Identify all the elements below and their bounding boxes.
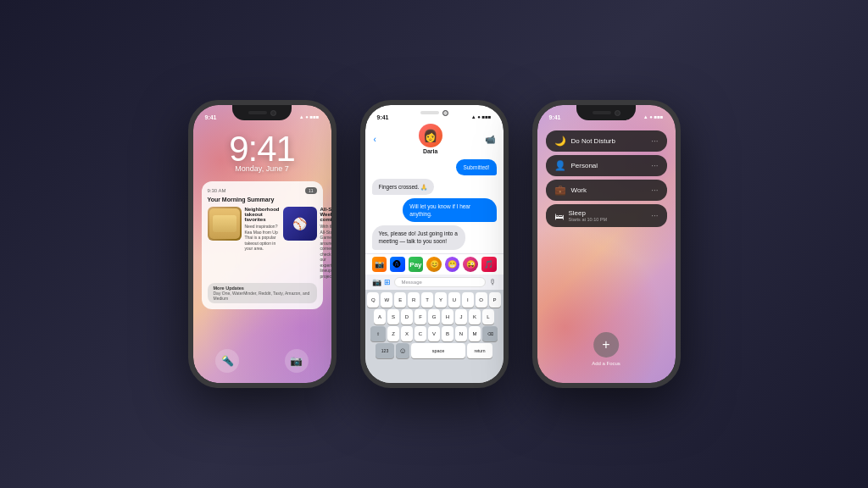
key-q[interactable]: Q	[367, 292, 379, 308]
app-icon-emoji1[interactable]: 😊	[426, 257, 442, 272]
notif-headline-2: All-Star Week is coming!	[320, 207, 337, 222]
key-emoji[interactable]: ☺	[396, 343, 409, 358]
key-shift[interactable]: ⇧	[370, 326, 386, 341]
app-icon-music[interactable]: 🎵	[481, 257, 497, 272]
key-h[interactable]: H	[442, 309, 453, 324]
notif-text-2: All-Star Week is coming! With the All-St…	[320, 207, 337, 279]
camera-icon: 📷	[290, 355, 303, 367]
dnd-dots[interactable]: ···	[651, 136, 658, 146]
focus-item-personal[interactable]: 👤 Personal ···	[546, 155, 667, 176]
bubble-text-1: Submitted!	[463, 164, 489, 170]
key-w[interactable]: W	[381, 292, 392, 308]
notif-img-2: ⚾	[283, 207, 317, 241]
key-j[interactable]: J	[455, 309, 467, 324]
speaker-1	[248, 111, 267, 114]
notif-text-1: Neighborhood takeout favorites Need insp…	[245, 207, 280, 279]
flashlight-button[interactable]: 🔦	[215, 349, 239, 373]
key-b[interactable]: B	[442, 326, 453, 341]
notif-headline-1: Neighborhood takeout favorites	[245, 207, 280, 222]
back-button[interactable]: ‹	[374, 135, 376, 144]
key-return[interactable]: return	[467, 343, 492, 358]
focus-item-work[interactable]: 💼 Work ···	[546, 180, 667, 201]
keyboard-row-1: Q W E R T Y U I O P	[368, 292, 501, 308]
lock-bottom: 🔦 📷	[193, 349, 331, 373]
notif-more: More Updates Day One, WaterMinder, Reddi…	[208, 283, 317, 303]
apps-tool-icon[interactable]: ⊞	[384, 278, 391, 286]
focus-item-dnd[interactable]: 🌙 Do Not Disturb ···	[546, 130, 667, 152]
speaker-3	[593, 111, 611, 114]
work-icon: 💼	[554, 185, 566, 196]
message-input-field[interactable]: Message	[394, 277, 486, 287]
app-icon-store[interactable]: 🅐	[390, 257, 405, 272]
status-time-3: 9:41	[549, 114, 561, 120]
focus-item-sleep[interactable]: 🛏 Sleep Starts at 10:10 PM ···	[546, 204, 667, 227]
notif-body-2: With the All-Star Game just around the c…	[320, 224, 337, 279]
bubble-text-3: Will let you know if I hear anything.	[409, 203, 470, 217]
keyboard-row-4: 123 ☺ space return	[368, 343, 501, 358]
key-f[interactable]: F	[415, 309, 426, 324]
video-call-button[interactable]: 📹	[485, 135, 495, 144]
app-icon-photos[interactable]: 📸	[372, 257, 387, 272]
bubble-4: Yes, please do! Just going into a meetin…	[372, 225, 465, 249]
focus-list: 🌙 Do Not Disturb ··· 👤 Personal ···	[546, 130, 667, 227]
sleep-label-group: Sleep Starts at 10:10 PM	[569, 209, 608, 222]
bubble-3: Will let you know if I hear anything.	[403, 198, 496, 222]
key-123[interactable]: 123	[376, 343, 394, 358]
notification-card[interactable]: 9:30 AM 11 Your Morning Summary Neighbor…	[202, 181, 323, 309]
status-time-2: 9:41	[377, 114, 389, 120]
status-time-1: 9:41	[205, 114, 217, 120]
add-focus-button[interactable]: +	[593, 332, 619, 358]
focus-item-work-left: 💼 Work	[554, 185, 587, 196]
key-o[interactable]: O	[476, 292, 487, 308]
focus-item-sleep-left: 🛏 Sleep Starts at 10:10 PM	[554, 209, 608, 222]
notif-header: 9:30 AM 11	[208, 187, 317, 194]
phone-1-lockscreen: 9:41 ▲ ● ■■■ 9:41 Monday, June 7 9:30 AM…	[188, 100, 337, 388]
key-l[interactable]: L	[482, 309, 494, 324]
camera-dot-2	[442, 110, 448, 116]
key-p[interactable]: P	[489, 292, 501, 308]
sleep-dots[interactable]: ···	[651, 211, 658, 220]
key-g[interactable]: G	[428, 309, 440, 324]
flashlight-icon: 🔦	[221, 355, 234, 367]
app-icon-emoji3[interactable]: 😜	[463, 257, 478, 272]
key-r[interactable]: R	[408, 292, 420, 308]
key-i[interactable]: I	[462, 292, 474, 308]
work-dots[interactable]: ···	[651, 186, 658, 195]
camera-button[interactable]: 📷	[285, 349, 309, 373]
personal-label: Personal	[571, 162, 598, 169]
notif-time: 9:30 AM	[208, 188, 226, 193]
key-d[interactable]: D	[401, 309, 413, 324]
key-x[interactable]: X	[401, 326, 413, 341]
personal-label-group: Personal	[571, 162, 598, 169]
status-icons-1: ▲ ● ■■■	[299, 114, 320, 119]
key-y[interactable]: Y	[435, 292, 447, 308]
phone-3-focus: 9:41 ▲ ● ■■■ 🌙 Do Not Disturb ··· 👤	[532, 100, 681, 388]
focus-add: + Add a Focus	[592, 332, 620, 366]
key-s[interactable]: S	[387, 309, 399, 324]
messages-header: ‹ 👩 Daria 📹	[365, 122, 504, 156]
key-k[interactable]: K	[469, 309, 481, 324]
key-e[interactable]: E	[394, 292, 406, 308]
key-t[interactable]: T	[421, 292, 433, 308]
key-delete[interactable]: ⌫	[482, 326, 498, 341]
key-u[interactable]: U	[448, 292, 460, 308]
key-c[interactable]: C	[415, 326, 426, 341]
notch-1	[232, 105, 292, 120]
key-n[interactable]: N	[455, 326, 467, 341]
personal-dots[interactable]: ···	[651, 161, 658, 170]
mic-icon[interactable]: 🎙	[489, 278, 497, 286]
key-z[interactable]: Z	[387, 326, 399, 341]
work-label-group: Work	[571, 186, 587, 194]
notif-content: Neighborhood takeout favorites Need insp…	[208, 207, 317, 279]
contact-avatar: 👩	[419, 124, 442, 147]
app-icon-pay[interactable]: Pay	[409, 257, 424, 272]
food-bowl-icon	[209, 208, 240, 239]
key-v[interactable]: V	[428, 326, 440, 341]
key-a[interactable]: A	[374, 309, 386, 324]
app-icon-emoji2[interactable]: 😁	[445, 257, 460, 272]
camera-tool-icon[interactable]: 📷	[372, 278, 381, 286]
key-m[interactable]: M	[469, 326, 481, 341]
notif-badge: 11	[305, 187, 317, 194]
app-icons-row: 📸 🅐 Pay 😊 😁 😜 🎵	[365, 253, 504, 274]
key-space[interactable]: space	[411, 343, 465, 358]
